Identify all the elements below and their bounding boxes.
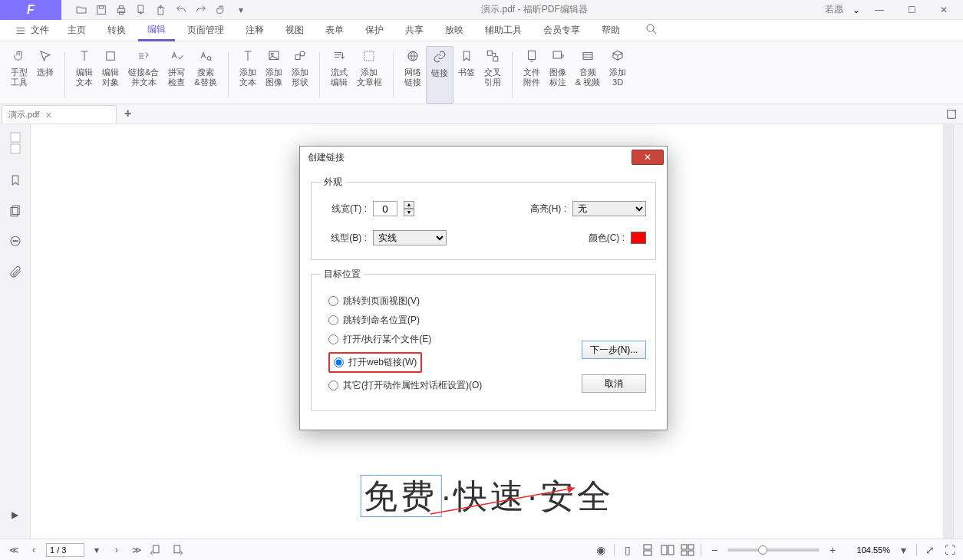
ribbon-edit-text[interactable]: 编辑 文本 <box>71 46 97 104</box>
menu-annotate[interactable]: 注释 <box>236 20 273 41</box>
user-name[interactable]: 若愿 <box>822 3 846 16</box>
last-page-icon[interactable]: ≫ <box>129 542 144 558</box>
new-tab-button[interactable]: + <box>117 104 139 124</box>
cancel-button[interactable]: 取消 <box>582 374 646 393</box>
menu-assist[interactable]: 辅助工具 <box>476 20 531 41</box>
menu-page-manage[interactable]: 页面管理 <box>178 20 233 41</box>
svg-point-29 <box>16 241 18 242</box>
ribbon-audio-video[interactable]: 音频 & 视频 <box>571 46 605 104</box>
zoom-slider[interactable] <box>727 548 820 552</box>
page-number-input[interactable] <box>46 543 84 557</box>
history-back-icon[interactable] <box>149 542 164 558</box>
spinner-down-icon[interactable]: ▼ <box>404 209 414 216</box>
ribbon-add-text[interactable]: 添加 文本 <box>235 46 261 104</box>
ribbon-add-3d[interactable]: 添加 3D <box>605 46 631 104</box>
open-icon[interactable] <box>75 4 87 16</box>
page-dropdown-icon[interactable]: ▾ <box>89 542 104 558</box>
zoom-slider-thumb[interactable] <box>758 545 767 555</box>
ribbon-image-annotation[interactable]: 图像 标注 <box>545 46 571 104</box>
ribbon-file-attachment[interactable]: 文件 附件 <box>519 46 545 104</box>
radio-goto-named-dest[interactable]: 跳转到命名位置(P) <box>328 314 646 327</box>
ribbon-link-merge-text[interactable]: 链接&合 并文本 <box>124 46 163 104</box>
ribbon-select[interactable]: 选择 <box>32 46 58 104</box>
undo-icon[interactable] <box>175 4 187 16</box>
menu-protect[interactable]: 保护 <box>356 20 393 41</box>
hand-icon[interactable] <box>215 4 227 16</box>
ribbon-label: 添加 3D <box>609 68 626 87</box>
line-type-combo[interactable]: 实线 <box>373 230 447 245</box>
menu-home[interactable]: 主页 <box>58 20 95 41</box>
ribbon-add-image[interactable]: 添加 图像 <box>261 46 287 104</box>
menu-slideshow[interactable]: 放映 <box>436 20 473 41</box>
dialog-title-bar[interactable]: 创建链接 ✕ <box>300 147 667 168</box>
history-forward-icon[interactable] <box>169 542 184 558</box>
spinner-up-icon[interactable]: ▲ <box>404 201 414 209</box>
next-button[interactable]: 下一步(N)... <box>582 341 646 359</box>
menu-convert[interactable]: 转换 <box>98 20 135 41</box>
tab-close-icon[interactable]: × <box>45 109 51 121</box>
pages-panel-icon[interactable] <box>8 203 23 219</box>
bookmark-panel-icon[interactable] <box>8 173 23 188</box>
close-button[interactable]: ✕ <box>931 0 957 20</box>
document-tab[interactable]: 演示.pdf × <box>2 105 117 124</box>
ribbon-cross-ref[interactable]: 交叉 引用 <box>480 46 506 104</box>
ribbon-add-article-box[interactable]: 添加 文章框 <box>352 46 387 104</box>
maximize-button[interactable]: ☐ <box>899 0 925 20</box>
highlight-combo[interactable]: 无 <box>572 201 646 216</box>
fullscreen-icon[interactable]: ⛶ <box>943 543 957 557</box>
search-icon[interactable] <box>638 19 665 41</box>
prev-page-icon[interactable]: ‹ <box>26 542 41 558</box>
ribbon-edit-object[interactable]: 编辑 对象 <box>97 46 124 104</box>
menu-help[interactable]: 帮助 <box>592 20 629 41</box>
menu-view[interactable]: 视图 <box>276 20 313 41</box>
menu-share[interactable]: 共享 <box>396 20 433 41</box>
tabbar-expand-icon[interactable] <box>945 107 963 124</box>
ribbon-find-replace[interactable]: 搜索 &替换 <box>190 46 221 104</box>
menu-form[interactable]: 表单 <box>316 20 353 41</box>
redo-icon[interactable] <box>195 4 207 16</box>
file-menu[interactable]: 文件 <box>9 21 55 40</box>
single-page-icon[interactable]: ▯ <box>621 543 635 557</box>
ribbon-hand-tool[interactable]: 手型 工具 <box>6 46 32 104</box>
document-tab-bar: 演示.pdf × + <box>0 104 963 124</box>
zoom-in-icon[interactable]: + <box>826 543 839 557</box>
radio-open-web-link[interactable]: 打开web链接(W) <box>328 352 422 373</box>
zoom-dropdown-icon[interactable]: ▾ <box>896 543 910 557</box>
radio-label: 打开web链接(W) <box>348 356 417 369</box>
dialog-close-button[interactable]: ✕ <box>632 150 664 165</box>
ribbon-web-link[interactable]: 网络 链接 <box>400 46 426 104</box>
first-page-icon[interactable]: ≪ <box>6 542 21 558</box>
fit-page-icon[interactable]: ⤢ <box>923 543 937 557</box>
ribbon-spellcheck[interactable]: 拼写 检查 <box>163 46 190 104</box>
user-dropdown-icon[interactable]: ⌄ <box>853 5 860 15</box>
comments-panel-icon[interactable] <box>8 234 23 249</box>
save-icon[interactable] <box>95 4 107 16</box>
ribbon-link[interactable]: 链接 <box>426 46 453 104</box>
zoom-out-icon[interactable]: − <box>707 543 721 557</box>
continuous-icon[interactable] <box>641 543 655 557</box>
ribbon-label: 流式 编辑 <box>331 68 348 87</box>
radio-goto-page-view[interactable]: 跳转到页面视图(V) <box>328 295 646 308</box>
color-picker[interactable] <box>631 232 646 244</box>
vertical-scrollbar[interactable] <box>953 124 963 539</box>
ribbon-add-shape[interactable]: 添加 形状 <box>287 46 313 104</box>
menu-edit[interactable]: 编辑 <box>138 19 175 41</box>
print-icon[interactable] <box>115 4 127 16</box>
attachments-panel-icon[interactable] <box>8 265 23 280</box>
doc-in-icon[interactable] <box>155 4 167 16</box>
doc-out-icon[interactable] <box>135 4 147 16</box>
minimize-button[interactable]: — <box>866 0 892 20</box>
sidebar-expand-icon[interactable]: ▶ <box>12 509 18 520</box>
continuous-facing-icon[interactable] <box>681 543 694 557</box>
ribbon-label: 添加 图像 <box>265 68 282 87</box>
menu-vip[interactable]: 会员专享 <box>534 20 589 41</box>
next-page-icon[interactable]: › <box>109 542 124 558</box>
qat-dropdown-icon[interactable]: ▾ <box>235 4 247 16</box>
line-width-input[interactable] <box>373 201 397 216</box>
ribbon-bookmark[interactable]: 书签 <box>453 46 480 104</box>
highlighted-word: 免费 <box>360 475 441 517</box>
ribbon-reflow-edit[interactable]: 流式 编辑 <box>326 46 352 104</box>
reading-mode-icon[interactable]: ◉ <box>594 543 608 557</box>
facing-icon[interactable] <box>661 543 674 557</box>
line-width-spinner[interactable]: ▲▼ <box>404 201 414 216</box>
